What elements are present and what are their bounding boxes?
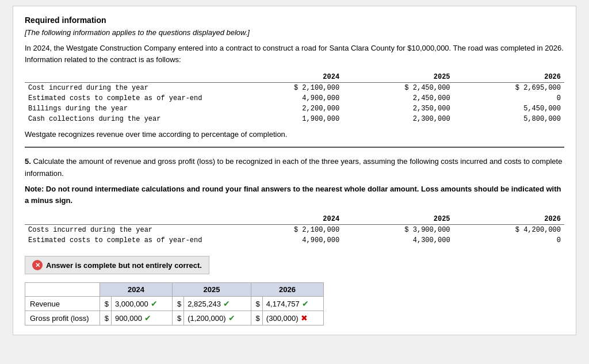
gross-profit-label: Gross profit (loss) xyxy=(25,311,100,325)
table-row: Costs incurred during the year $ 2,100,0… xyxy=(25,225,564,236)
gp-2024-value: 900,000 xyxy=(115,314,142,323)
table-row: Estimated costs to complete as of year-e… xyxy=(25,235,564,246)
note-text: Note: Do not round intermediate calculat… xyxy=(25,183,564,208)
italic-subtitle: [The following information applies to th… xyxy=(25,28,564,37)
gp-2025-dollar: $ xyxy=(177,314,181,323)
table-row: Cost incurred during the year $ 2,100,00… xyxy=(25,83,564,94)
q5-main-text: Calculate the amount of revenue and gros… xyxy=(25,157,562,178)
table-row: Cash collections during the year 1,900,0… xyxy=(25,114,564,124)
revenue-2024-dollar: $ xyxy=(105,300,109,308)
revenue-2024-value: 3,000,000 xyxy=(115,300,148,308)
table-row: Billings during the year 2,200,000 2,350… xyxy=(25,104,564,114)
revenue-2025-check: ✔ xyxy=(223,299,230,308)
info-table: 2024 2025 2026 Cost incurred during the … xyxy=(25,72,564,124)
gp-2026-value: (300,000) xyxy=(266,314,299,323)
question-5-text: 5. Calculate the amount of revenue and g… xyxy=(25,156,564,180)
answer-banner-text: Answer is complete but not entirely corr… xyxy=(46,261,202,270)
revenue-2026-value: 4,174,757 xyxy=(266,300,300,308)
gp-2024-dollar: $ xyxy=(105,314,109,323)
answer-banner-wrapper: ✕ Answer is complete but not entirely co… xyxy=(25,251,564,279)
gp-2026-x: ✖ xyxy=(301,313,308,323)
q5-year-header-2024: 2024 xyxy=(232,214,343,225)
year-header-2025: 2025 xyxy=(343,72,453,83)
result-table: 2024 2025 2026 Revenue $ 3,000,000 ✔ xyxy=(25,282,324,325)
gp-2025-value: (1,200,000) xyxy=(188,314,226,323)
q5-number: 5. xyxy=(25,157,31,166)
q5-year-header-2026: 2026 xyxy=(454,214,564,225)
gp-2025-check: ✔ xyxy=(228,313,235,323)
gp-2024-check: ✔ xyxy=(144,313,151,323)
result-header-2025: 2025 xyxy=(173,283,251,297)
intro-text: In 2024, the Westgate Construction Compa… xyxy=(25,43,564,65)
revenue-2026-dollar: $ xyxy=(256,300,260,308)
revenue-2026-check: ✔ xyxy=(302,299,309,308)
recognizes-text: Westgate recognizes revenue over time ac… xyxy=(25,130,564,139)
result-header-2024: 2024 xyxy=(100,283,173,297)
revenue-2025-dollar: $ xyxy=(177,300,181,308)
result-header-2026: 2026 xyxy=(251,283,323,297)
revenue-2025-value: 2,825,243 xyxy=(188,300,221,308)
answer-banner: ✕ Answer is complete but not entirely co… xyxy=(25,256,209,274)
table-row: Estimated costs to complete as of year-e… xyxy=(25,93,564,104)
gp-2026-dollar: $ xyxy=(256,314,260,323)
section-divider xyxy=(25,147,564,148)
revenue-row: Revenue $ 3,000,000 ✔ $ 2,825,243 ✔ xyxy=(25,297,324,311)
q5-costs-table: 2024 2025 2026 Costs incurred during the… xyxy=(25,214,564,246)
x-icon: ✕ xyxy=(32,260,43,270)
revenue-2024-check: ✔ xyxy=(151,299,158,308)
gross-profit-row: Gross profit (loss) $ 900,000 ✔ $ (1,200… xyxy=(25,311,324,325)
revenue-label: Revenue xyxy=(25,297,100,311)
section-title: Required information xyxy=(25,16,564,25)
page-container: Required information [The following info… xyxy=(13,6,576,335)
q5-year-header-2025: 2025 xyxy=(343,214,453,225)
year-header-2026: 2026 xyxy=(454,72,564,83)
result-header-empty xyxy=(25,283,100,297)
year-header-2024: 2024 xyxy=(232,72,343,83)
